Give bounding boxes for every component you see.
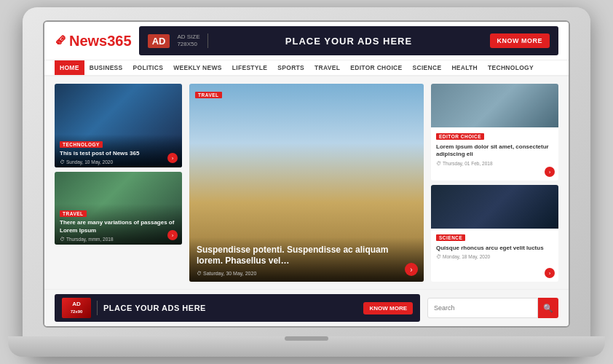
- ad-place-text: PLACE YOUR ADS HERE: [215, 36, 483, 47]
- center-card-date: Saturday, 30 May, 2020: [203, 271, 256, 276]
- right-card-1-image: [431, 84, 558, 127]
- card-1-overlay: TECHNOLOGY This is test post of News 365…: [55, 135, 182, 167]
- card-1-arrow[interactable]: ›: [167, 153, 178, 163]
- nav-editor-choice[interactable]: EDITOR CHOICE: [345, 60, 407, 75]
- left-card-2[interactable]: TRAVEL There are many variations of pass…: [55, 172, 182, 245]
- right-card-2-title: Quisque rhoncus arcu eget velit luctus: [436, 245, 553, 252]
- left-card-1[interactable]: TECHNOLOGY This is test post of News 365…: [55, 84, 182, 167]
- card-2-title: There are many variations of passages of…: [60, 219, 177, 234]
- card-1-date: Sunday, 10 May, 2020: [66, 159, 113, 165]
- bottom-know-more-button[interactable]: KNOW MORE: [363, 302, 413, 314]
- right-column: EDITOR CHOICE Lorem ipsum dolor sit amet…: [431, 84, 558, 282]
- right-card-2-meta: Monday, 18 May, 2020: [436, 254, 553, 259]
- card-1-title: This is test post of News 365: [60, 150, 177, 157]
- search-input[interactable]: [427, 298, 538, 318]
- right-card-2-arrow[interactable]: ›: [545, 268, 555, 278]
- clock-icon-center: [197, 271, 202, 276]
- center-card-tag: TRAVEL: [195, 92, 222, 98]
- ad-size-text: AD SIZE728X50: [177, 33, 199, 47]
- nav-lifestyle[interactable]: LIFESTYLE: [227, 60, 273, 75]
- right-card-2-date: Monday, 18 May, 2020: [443, 254, 490, 259]
- center-card[interactable]: TRAVEL Suspendisse potenti. Suspendisse …: [189, 84, 424, 282]
- right-card-1-content: EDITOR CHOICE Lorem ipsum dolor sit amet…: [431, 127, 558, 181]
- nav-technology[interactable]: TECHNOLOGY: [483, 60, 539, 75]
- right-card-1-title: Lorem ipsum dolor sit amet, consectetur …: [436, 143, 553, 159]
- search-section: 🔍: [427, 294, 558, 322]
- right-card-1-meta: Thursday, 01 Feb, 2018: [436, 161, 553, 166]
- card-2-meta: Thursday, mmm, 2018: [60, 237, 177, 242]
- laptop-frame: 🗞 News365 AD AD SIZE728X50 PLACE YOUR AD…: [23, 7, 590, 357]
- ad-divider: [207, 33, 208, 48]
- nav-business[interactable]: BUSINESS: [84, 60, 128, 75]
- logo-icon: 🗞: [55, 34, 66, 47]
- right-card-1[interactable]: EDITOR CHOICE Lorem ipsum dolor sit amet…: [431, 84, 558, 181]
- center-card-meta: Saturday, 30 May, 2020: [197, 271, 416, 276]
- search-button[interactable]: 🔍: [538, 298, 558, 318]
- nav-science[interactable]: SCIENCE: [408, 60, 447, 75]
- left-column: TECHNOLOGY This is test post of News 365…: [55, 84, 182, 282]
- main-content: TECHNOLOGY This is test post of News 365…: [44, 76, 569, 289]
- nav-politics[interactable]: POLITICS: [128, 60, 169, 75]
- nav-home[interactable]: HOME: [55, 60, 84, 75]
- navigation-bar: HOME BUSINESS POLITICS WEEKLY NEWS LIFES…: [44, 60, 569, 76]
- site-logo: 🗞 News365: [55, 33, 132, 50]
- card-1-meta: Sunday, 10 May, 2020: [60, 159, 177, 165]
- right-card-1-tag: EDITOR CHOICE: [436, 133, 484, 140]
- card-2-arrow[interactable]: ›: [167, 230, 178, 240]
- center-card-arrow[interactable]: ›: [405, 263, 418, 276]
- right-card-2[interactable]: SCIENCE Quisque rhoncus arcu eget velit …: [431, 185, 558, 282]
- clock-icon-right-1: [436, 161, 441, 166]
- know-more-button[interactable]: KNOW MORE: [490, 33, 550, 48]
- logo-text-black: News: [69, 33, 107, 50]
- right-card-2-tag: SCIENCE: [436, 234, 465, 241]
- ad-badge: AD: [148, 34, 170, 48]
- bottom-ad-place-text: PLACE YOUR ADS HERE: [103, 304, 357, 312]
- logo-text-red: 365: [107, 33, 131, 50]
- clock-icon-2: [60, 237, 65, 242]
- laptop-notch: [285, 336, 328, 341]
- bottom-ad-banner[interactable]: AD72x90 PLACE YOUR ADS HERE KNOW MORE: [55, 294, 420, 322]
- bottom-ad-image: AD72x90: [62, 298, 91, 318]
- right-card-2-content: SCIENCE Quisque rhoncus arcu eget velit …: [431, 229, 558, 282]
- laptop-screen: 🗞 News365 AD AD SIZE728X50 PLACE YOUR AD…: [43, 20, 570, 328]
- card-2-tag: TRAVEL: [60, 210, 87, 217]
- header-ad-banner[interactable]: AD AD SIZE728X50 PLACE YOUR ADS HERE KNO…: [139, 26, 558, 55]
- right-card-2-image: [431, 185, 558, 229]
- center-card-overlay: Suspendisse potenti. Suspendisse ac aliq…: [189, 237, 424, 282]
- clock-icon-1: [60, 159, 65, 165]
- center-card-title: Suspendisse potenti. Suspendisse ac aliq…: [197, 245, 416, 267]
- right-card-1-date: Thursday, 01 Feb, 2018: [443, 161, 493, 166]
- nav-health[interactable]: HEALTH: [446, 60, 483, 75]
- bottom-ad-divider: [97, 301, 98, 315]
- nav-weekly-news[interactable]: WEEKLY NEWS: [168, 60, 227, 75]
- card-1-tag: TECHNOLOGY: [60, 141, 103, 148]
- nav-sports[interactable]: SPORTS: [272, 60, 309, 75]
- browser-content: 🗞 News365 AD AD SIZE728X50 PLACE YOUR AD…: [44, 22, 569, 326]
- right-card-1-arrow[interactable]: ›: [545, 167, 555, 177]
- nav-travel[interactable]: TRAVEL: [309, 60, 345, 75]
- clock-icon-right-2: [436, 254, 441, 259]
- card-2-overlay: TRAVEL There are many variations of pass…: [55, 204, 182, 245]
- site-header: 🗞 News365 AD AD SIZE728X50 PLACE YOUR AD…: [44, 22, 569, 60]
- card-2-date: Thursday, mmm, 2018: [66, 237, 114, 242]
- bottom-section: AD72x90 PLACE YOUR ADS HERE KNOW MORE 🔍: [44, 289, 569, 326]
